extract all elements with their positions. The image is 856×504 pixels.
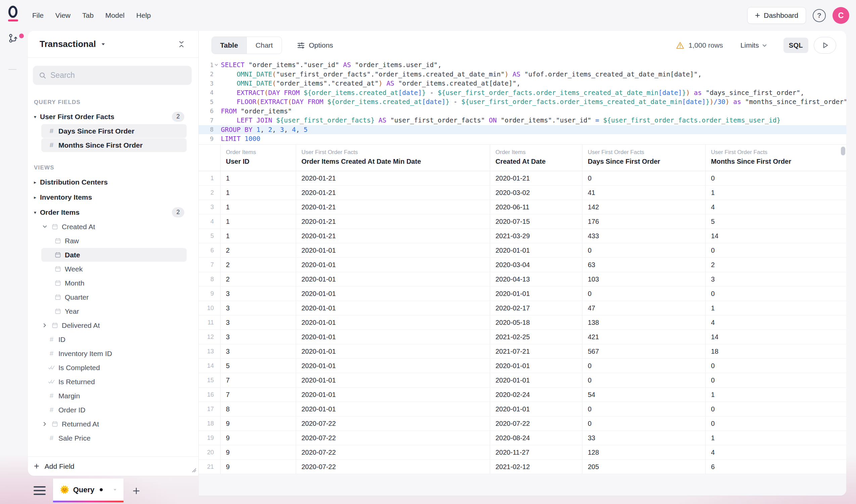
field-label: Is Completed [58,364,100,372]
limits-dropdown[interactable]: Limits [741,41,767,49]
group-label: User First Order Facts [40,113,114,121]
table-row[interactable]: 1032020-01-012020-02-17471 [199,301,846,316]
table-row[interactable]: 1672020-01-012020-02-24541 [199,388,846,402]
sql-editor[interactable]: 1SELECT "order_items"."user_id" AS "orde… [199,60,846,144]
sidebar-item-is-returned[interactable]: Is Returned [41,375,186,389]
table-row[interactable]: 1132020-01-012020-05-181384 [199,316,846,330]
row-count-status: 1,000 rows [676,41,723,49]
sql-line-1[interactable]: 1SELECT "order_items"."user_id" AS "orde… [199,60,846,70]
sidebar-item-days-since-first-order[interactable]: #Days Since First Order [41,124,186,138]
header-cell[interactable]: User First Order FactsDays Since First O… [582,145,705,171]
table-row[interactable]: 932020-01-012020-01-0100 [199,287,846,301]
table-cell: 2 [220,243,296,257]
table-cell: 3 [220,344,296,358]
sidebar-item-quarter[interactable]: Quarter [41,290,186,304]
menu-help[interactable]: Help [136,12,151,19]
table-row[interactable]: 112020-01-212020-01-2100 [199,171,846,185]
table-row[interactable]: 822020-01-012020-04-131033 [199,272,846,287]
branch-button[interactable] [8,33,23,45]
header-cell[interactable]: User First Order FactsOrder Items Create… [296,145,490,171]
new-tab-button[interactable] [131,486,141,497]
sql-line-8[interactable]: 8GROUP BY 1, 2, 3, 4, 5 [199,125,846,134]
sql-line-5[interactable]: 5 FLOOR(EXTRACT(DAY FROM ${order_items.c… [199,97,846,107]
table-row[interactable]: 1572020-01-012020-01-0100 [199,373,846,388]
table-row[interactable]: 722020-01-012020-03-04632 [199,258,846,272]
tab-chart[interactable]: Chart [247,37,282,54]
header-cell[interactable]: User First Order FactsMonths Since First… [705,145,846,171]
sql-line-6[interactable]: 6FROM "order_items" [199,107,846,116]
fold-toggle[interactable] [214,63,219,67]
help-button[interactable]: ? [813,9,826,22]
workbook-menu-button[interactable] [34,486,46,496]
menu-view[interactable]: View [55,12,71,19]
table-row[interactable]: 2092020-07-222020-11-271284 [199,445,846,460]
table-cell: 2020-08-24 [490,431,582,445]
sidebar-group-inventory-items[interactable]: ▸Inventory Items [28,190,198,205]
options-button[interactable]: Options [297,41,333,50]
sql-line-2[interactable]: 2 OMNI_DATE("user_first_order_facts"."or… [199,70,846,79]
sidebar-item-id[interactable]: #ID [41,332,186,346]
tab-table[interactable]: Table [212,37,247,54]
triangle-right-icon: ▸ [34,180,40,185]
caret-down-icon[interactable] [101,42,106,47]
sql-line-4[interactable]: 4 EXTRACT(DAY FROM ${order_items.created… [199,88,846,98]
omni-logo-icon[interactable] [8,6,18,21]
sidebar-item-returned-at[interactable]: Returned At [41,417,186,431]
sidebar-item-created-at[interactable]: Created At [41,220,186,234]
sql-toggle-button[interactable]: SQL [784,38,808,53]
header-cell[interactable]: Order ItemsUser ID [220,145,296,171]
sidebar-item-raw[interactable]: Raw [41,234,186,248]
table-cell: 2020-07-22 [490,416,582,431]
sidebar-item-is-completed[interactable]: Is Completed [41,361,186,375]
menu-file[interactable]: File [32,12,43,19]
table-row[interactable]: 1232020-01-012021-02-2542114 [199,330,846,344]
model-selector[interactable]: Transactional [40,39,96,49]
run-query-button[interactable] [814,37,836,54]
user-avatar[interactable]: C [833,7,849,24]
sidebar-item-months-since-first-order[interactable]: #Months Since First Order [41,138,186,152]
sidebar-item-date[interactable]: Date [41,248,186,262]
menu-model[interactable]: Model [105,12,125,19]
tab-caret-icon[interactable] [112,487,118,492]
table-row[interactable]: 2192020-07-222021-02-122056 [199,460,846,474]
sidebar-resize-handle[interactable] [191,467,196,474]
new-dashboard-button[interactable]: + Dashboard [747,7,806,24]
vertical-scrollbar-thumb[interactable] [841,147,845,155]
table-row[interactable]: 312020-01-212020-06-111424 [199,200,846,214]
sidebar-item-month[interactable]: Month [41,276,186,290]
logo-underline [8,19,18,21]
add-field-button[interactable]: + Add Field [28,456,198,476]
table-row[interactable]: 1992020-07-222020-08-24331 [199,431,846,445]
tab-query[interactable]: 🌞 Query [53,479,124,502]
table-row[interactable]: 1332020-01-012021-07-2156718 [199,344,846,359]
table-row[interactable]: 412020-01-212020-07-151765 [199,214,846,229]
table-row[interactable]: 212020-01-212020-03-02411 [199,185,846,200]
table-row[interactable]: 1452020-01-012020-01-0100 [199,359,846,373]
sidebar-item-year[interactable]: Year [41,304,186,318]
search-input[interactable] [50,71,185,80]
sidebar-group-order-items[interactable]: ▾Order Items2 [28,205,198,220]
sidebar-item-order-id[interactable]: #Order ID [41,403,186,417]
table-row[interactable]: 1782020-01-012020-01-0100 [199,402,846,416]
menu-tab[interactable]: Tab [82,12,94,19]
sidebar-item-delivered-at[interactable]: Delivered At [41,319,186,332]
table-row[interactable]: 512020-01-212021-03-2943314 [199,229,846,243]
header-cell[interactable]: Order ItemsCreated At Date [490,145,582,171]
sidebar-item-inventory-item-id[interactable]: #Inventory Item ID [41,347,186,360]
sidebar-group-distribution-centers[interactable]: ▸Distribution Centers [28,175,198,190]
sidebar-item-sale-price[interactable]: #Sale Price [41,431,186,445]
table-cell: 18 [705,344,846,358]
sql-line-7[interactable]: 7 LEFT JOIN ${user_first_order_facts} AS… [199,116,846,125]
table-row[interactable]: 622020-01-012020-01-0100 [199,243,846,258]
table-cell: 2020-01-01 [296,388,490,402]
sidebar-item-margin[interactable]: #Margin [41,389,186,403]
field-search[interactable] [33,66,192,85]
table-cell: 9 [220,445,296,460]
sql-line-3[interactable]: 3 OMNI_DATE("order_items"."created_at") … [199,79,846,88]
table-cell: 6 [705,460,846,474]
table-row[interactable]: 1892020-07-222020-07-2200 [199,416,846,431]
sidebar-item-week[interactable]: Week [41,262,186,276]
sidebar-group-user-first-order-facts[interactable]: ▾User First Order Facts2 [28,109,198,124]
sql-line-9[interactable]: 9LIMIT 1000 [199,134,846,144]
collapse-sidebar-button[interactable] [179,41,184,48]
